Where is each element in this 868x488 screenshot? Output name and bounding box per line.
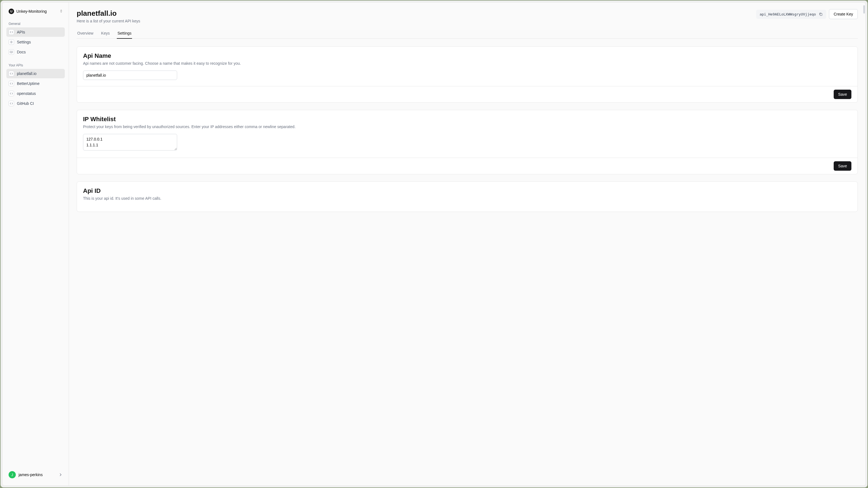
copy-icon [819, 12, 823, 16]
book-icon [8, 49, 14, 55]
sidebar: U Unkey-Monitoring GeneralAPIsSettingsDo… [2, 2, 69, 486]
card-desc: This is your api id. It's used in some A… [83, 196, 851, 201]
ip-whitelist-textarea[interactable] [83, 134, 177, 151]
workspace-name: Unkey-Monitoring [16, 9, 58, 13]
chevron-sort-icon [60, 9, 63, 14]
tab-overview[interactable]: Overview [77, 28, 94, 39]
sidebar-item-label: planetfall.io [17, 71, 36, 76]
card-desc: Protect your keys from being verified by… [83, 125, 851, 129]
sidebar-item-label: Docs [17, 50, 26, 54]
sidebar-item-label: GitHub CI [17, 101, 34, 106]
save-button[interactable]: Save [834, 90, 851, 99]
card-title: IP Whitelist [83, 116, 851, 123]
api-id-chip[interactable]: api_He9AELoLXWWsgryUVjjeqo [756, 10, 826, 19]
sidebar-item-label: openstatus [17, 91, 36, 96]
card-title: Api Name [83, 52, 851, 60]
gear-icon [8, 39, 14, 45]
card-title: Api ID [83, 187, 851, 194]
page-subtitle: Here is a list of your current API keys [77, 19, 140, 23]
code-icon [8, 71, 14, 76]
sidebar-item-docs[interactable]: Docs [6, 47, 65, 57]
card-api-id: Api ID This is your api id. It's used in… [77, 182, 858, 212]
sidebar-item-label: BetterUptime [17, 82, 39, 86]
sidebar-item-planetfall[interactable]: planetfall.io [6, 69, 65, 78]
api-id-value: api_He9AELoLXWWsgryUVjjeqo [760, 12, 816, 16]
app-root: U Unkey-Monitoring GeneralAPIsSettingsDo… [2, 2, 866, 486]
sidebar-item-githubci[interactable]: GitHub CI [6, 99, 65, 108]
card-desc: Api names are not customer facing. Choos… [83, 61, 851, 66]
tab-settings[interactable]: Settings [117, 28, 132, 39]
sidebar-item-label: APIs [17, 30, 25, 34]
user-menu[interactable]: J james-perkins [6, 469, 65, 481]
svg-rect-1 [820, 13, 822, 15]
code-icon [8, 101, 14, 106]
sidebar-item-apis[interactable]: APIs [6, 27, 65, 37]
avatar: J [8, 471, 16, 478]
save-button[interactable]: Save [834, 161, 851, 171]
tabs: OverviewKeysSettings [77, 28, 858, 39]
tab-keys[interactable]: Keys [100, 28, 110, 39]
user-name: james-perkins [19, 473, 56, 477]
chevron-right-icon [59, 473, 63, 477]
sidebar-item-label: Settings [17, 40, 31, 44]
code-icon [8, 29, 14, 35]
create-key-button[interactable]: Create Key [829, 9, 858, 19]
scrollbar[interactable] [863, 5, 865, 13]
sidebar-item-openstatus[interactable]: openstatus [6, 89, 65, 98]
sidebar-item-betteruptime[interactable]: BetterUptime [6, 79, 65, 88]
nav-section-title: General [6, 20, 65, 27]
workspace-selector[interactable]: U Unkey-Monitoring [6, 7, 65, 15]
workspace-logo: U [8, 8, 14, 14]
code-icon [8, 81, 14, 86]
sidebar-item-settings[interactable]: Settings [6, 37, 65, 47]
api-name-input[interactable] [83, 70, 177, 80]
code-icon [8, 91, 14, 96]
page-title: planetfall.io [77, 9, 140, 18]
card-api-name: Api Name Api names are not customer faci… [77, 46, 858, 103]
nav-section-title: Your APIs [6, 61, 65, 69]
main-content: planetfall.io Here is a list of your cur… [69, 2, 866, 486]
svg-point-0 [11, 42, 12, 42]
card-ip-whitelist: IP Whitelist Protect your keys from bein… [77, 110, 858, 174]
